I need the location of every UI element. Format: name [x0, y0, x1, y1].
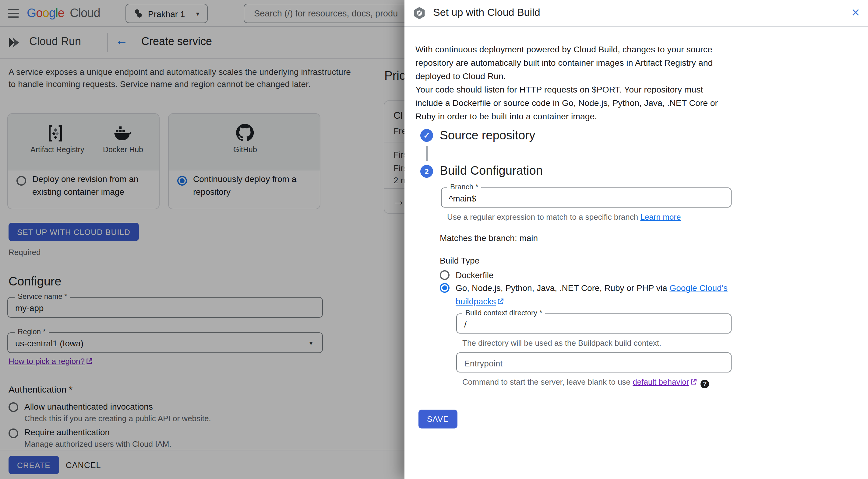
step1-title: Source repository — [440, 129, 535, 142]
step2-title: Build Configuration — [440, 164, 543, 178]
step-connector — [426, 146, 427, 161]
external-link-icon — [497, 296, 504, 309]
google-cloud-console: Google Cloud Prakhar 1 ▼ Search (/) for … — [0, 0, 868, 479]
branch-input[interactable] — [442, 188, 731, 207]
step2-number-circle: 2 — [420, 165, 433, 178]
build-context-helper: The directory will be used as the Buildp… — [462, 338, 661, 347]
check-icon: ✓ — [423, 131, 430, 140]
help-icon[interactable]: ? — [701, 379, 709, 388]
branch-label: Branch * — [447, 183, 481, 191]
branch-field[interactable] — [441, 187, 732, 208]
branch-helper: Use a regular expression to match to a s… — [447, 212, 681, 221]
save-button[interactable]: SAVE — [418, 410, 457, 429]
cloud-build-icon — [412, 6, 426, 23]
entrypoint-field[interactable] — [456, 352, 732, 373]
branch-match-text: Matches the branch: main — [440, 233, 538, 243]
panel-intro-2: Your code should listen for HTTP request… — [415, 83, 730, 123]
default-behavior-link[interactable]: default behavior — [632, 377, 689, 386]
entrypoint-input[interactable] — [457, 353, 731, 372]
learn-more-link[interactable]: Learn more — [640, 212, 681, 221]
entrypoint-helper: Command to start the server, leave blank… — [462, 377, 709, 388]
build-context-label: Build context directory * — [462, 309, 545, 317]
step1-check-circle: ✓ — [420, 129, 433, 142]
buildpacks-radio[interactable] — [440, 283, 450, 293]
close-icon[interactable]: ✕ — [851, 6, 860, 20]
dockerfile-radio[interactable] — [440, 270, 450, 280]
dockerfile-label: Dockerfile — [456, 270, 494, 280]
panel-intro-1: With continuous deployment powered by Cl… — [415, 43, 730, 83]
build-type-label: Build Type — [440, 255, 479, 265]
cloud-build-panel: Set up with Cloud Build ✕ With continuou… — [404, 0, 868, 479]
panel-title: Set up with Cloud Build — [433, 7, 540, 19]
buildpacks-label: Go, Node.js, Python, Java, .NET Core, Ru… — [456, 282, 742, 309]
panel-header: Set up with Cloud Build ✕ — [404, 0, 868, 27]
step2-number: 2 — [425, 167, 429, 176]
external-link-icon — [690, 378, 697, 387]
